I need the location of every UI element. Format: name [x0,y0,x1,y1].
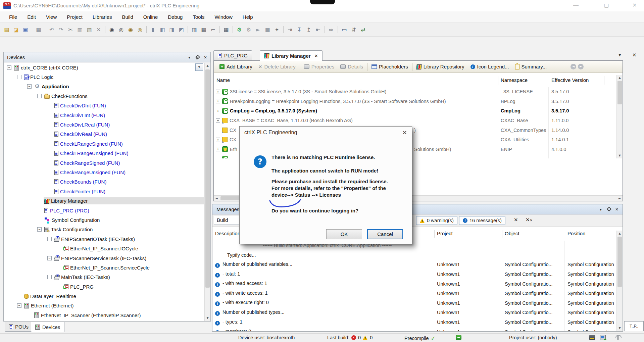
tree-item-plc-prg-prg[interactable]: PLC_PRG (PRG) [4,206,204,215]
menu-tools[interactable]: Tools [188,11,209,22]
column-project[interactable]: Project [437,231,453,236]
library-row[interactable]: +CXA_BASE = CXAC_Base, 1.11.0.0 (Bosch R… [214,116,614,126]
collapsed-panel-tabs[interactable]: T..P.. [624,321,644,331]
menu-window[interactable]: Window [209,11,237,22]
add-library-button[interactable]: Add Library [216,62,255,71]
tree-item-checkdivlint-fun[interactable]: CheckDivLInt (FUN) [4,110,204,120]
message-row[interactable]: - types: 1Unknown1Symbol Configuratio...… [212,317,615,327]
message-row[interactable]: - with write access: 1Unknown1Symbol Con… [212,289,615,298]
properties-button[interactable]: Properties [301,62,337,71]
menu-help[interactable]: Help [238,11,258,22]
stop-icon[interactable]: ■ [263,25,272,34]
column-object[interactable]: Object [505,231,519,236]
ok-button[interactable]: OK [326,229,362,239]
find-in-project-icon[interactable]: ◉ [126,25,135,34]
undo-icon[interactable]: ↶ [47,25,56,34]
menu-debug[interactable]: Debug [163,11,188,22]
menu-file[interactable]: File [4,11,22,22]
tree-expander[interactable]: − [37,227,42,232]
tree-expander[interactable]: − [47,256,52,260]
tree-item-checklrangeunsigned-fun[interactable]: CheckLRangeUnsigned (FUN) [4,149,204,158]
paste-icon[interactable]: ▧ [85,25,94,34]
clear-bookmarks-icon[interactable]: ◩ [177,25,186,34]
tree-expander[interactable]: − [37,94,42,98]
tree-item-checkrangeunsigned-fun[interactable]: CheckRangeUnsigned (FUN) [4,167,204,177]
tree-expander[interactable]: − [7,65,11,70]
tree-item-library-manager[interactable]: Library Manager [4,196,204,205]
column-position[interactable]: Position [567,231,585,236]
tree-expander[interactable]: − [47,237,52,241]
tree-expander[interactable]: − [27,84,32,89]
library-row[interactable]: +BreakpointLogging = Breakpoint Logging … [214,97,614,106]
navigate-forward-icon[interactable]: ► [578,64,584,69]
column-namespace[interactable]: Namespace [501,77,528,83]
tree-item-ethernet-ethernet[interactable]: −Ethernet (Ethernet) [4,301,204,310]
tree-item-task-configuration[interactable]: −Task Configuration [4,225,204,234]
menu-online[interactable]: Online [138,11,163,22]
tree-item-plc-logic[interactable]: −PLC Logic [4,72,204,82]
library-scrollbar[interactable]: ▲ ▼ [616,75,622,158]
step-into-icon[interactable]: ↧ [295,25,304,34]
message-row[interactable]: - with read access: 1Unknown1Symbol Conf… [212,279,615,289]
safety-icon[interactable] [589,335,595,340]
replace-in-project-icon[interactable]: ◎ [136,25,144,34]
tree-expander[interactable]: − [17,303,21,308]
tree-item-maintask-iec-tasks[interactable]: −MainTask (IEC-Tasks) [4,273,204,282]
navigate-back-icon[interactable]: ◄ [571,64,576,69]
messages-scrollbar[interactable]: ▲ ▼ [616,231,622,331]
message-row[interactable]: Number of published types...Unknown1Symb… [212,308,615,317]
prev-bookmark-icon[interactable]: ◧ [158,25,167,34]
cancel-button[interactable]: Cancel [367,229,403,239]
library-expander[interactable]: + [216,99,220,103]
icon-legend-button[interactable]: Icon Legend... [467,62,512,71]
minimize-button[interactable]: — [568,1,584,10]
login-gear-icon[interactable]: ⚙ [235,25,244,34]
library-expander[interactable]: + [216,138,220,142]
menu-edit[interactable]: Edit [22,11,41,22]
devices-menu-chevron-icon[interactable]: ▾ [188,55,190,60]
column-description[interactable]: Description [215,231,240,236]
library-expander[interactable]: + [216,118,220,123]
devices-close-icon[interactable]: ✕ [204,55,207,60]
download-icon[interactable]: ⇄ [359,25,367,34]
open-file-icon[interactable]: ◪ [12,25,20,34]
details-button[interactable]: Details [337,62,366,71]
clear-messages-icon[interactable]: ✕ [514,217,518,223]
start-icon[interactable]: ► [254,25,262,34]
delete-icon[interactable]: ✕ [94,25,103,34]
library-expander[interactable]: + [216,147,220,151]
placeholders-button[interactable]: Placeholders [368,62,411,71]
tree-item-enipscanneriotask-iec-tasks[interactable]: −ENIPScannerIOTask (IEC-Tasks) [4,234,204,244]
new-file-icon[interactable]: ▤ [2,25,11,34]
tree-item-checkbounds-fun[interactable]: CheckBounds (FUN) [4,177,204,187]
replace-icon[interactable]: ◎ [117,25,126,34]
tools-wrench-icon[interactable]: ✦ [273,25,281,34]
devices-pin-icon[interactable] [195,55,199,59]
tree-expander[interactable]: − [17,75,21,79]
clear-all-messages-icon[interactable]: ✕✕ [526,217,533,223]
close-button[interactable]: ✕ [627,1,642,10]
tree-item-ethernet-ip-scanner-ethernet-ip-scanner[interactable]: EtherNet_IP_Scanner (EtherNet/IP Scanner… [4,310,204,320]
column-name[interactable]: Name [216,77,230,83]
tree-item-checkdivlreal-fun[interactable]: CheckDivLReal (FUN) [4,120,204,129]
devices-scrollbar[interactable]: ▲ ▼ [204,63,210,321]
warnings-filter-chip[interactable]: 0 warning(s) [416,216,457,225]
bookmark-icon[interactable]: ▮ [149,25,157,34]
tree-expander[interactable]: − [47,275,52,279]
find-icon[interactable]: ◉ [107,25,116,34]
cut-icon[interactable]: ✂ [66,25,75,34]
tab-list-chevron-icon[interactable]: ▼ [618,53,621,57]
tree-item-checkdivdint-fun[interactable]: CheckDivDInt (FUN) [4,101,204,110]
tree-item-checklrangesigned-fun[interactable]: CheckLRangeSigned (FUN) [4,139,204,148]
library-expander[interactable]: + [216,90,220,94]
flow-control-icon[interactable]: ⇵ [349,25,358,34]
tab-close-icon[interactable]: ✕ [314,53,318,58]
message-row[interactable]: - total: 1Unknown1Symbol Configuratio...… [212,270,615,279]
table-dropdown-icon[interactable]: ▦ [199,25,208,34]
step-out-icon[interactable]: ↥ [304,25,313,34]
menu-view[interactable]: View [41,11,62,22]
tree-item-ctrlx-core-ctrlx-core[interactable]: −ctrlx_CORE (ctrlX CORE) [4,63,204,72]
message-row[interactable]: - members: 0Unknown1Symbol Configuratio.… [212,327,615,331]
library-expander[interactable]: + [216,109,220,113]
redo-icon[interactable]: ↷ [57,25,65,34]
